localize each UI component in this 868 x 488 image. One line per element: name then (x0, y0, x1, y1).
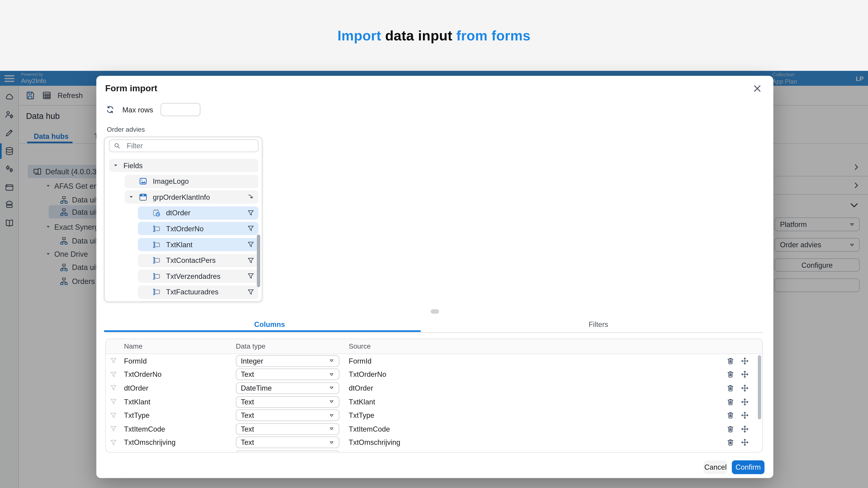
field-tree-row[interactable]: dtOrder (138, 206, 259, 220)
field-tree-row[interactable]: ImageLogo (124, 175, 258, 188)
trash-icon[interactable] (726, 397, 735, 406)
close-icon[interactable] (752, 84, 763, 94)
move-icon[interactable] (741, 384, 749, 392)
modal-title: Form import (105, 84, 157, 94)
table-row-partial (106, 449, 762, 453)
filter-funnel-icon[interactable] (247, 257, 255, 264)
move-icon[interactable] (741, 425, 749, 433)
caret-down-icon (329, 372, 334, 377)
datatype-value: Text (241, 425, 254, 433)
filter-funnel-icon[interactable] (110, 425, 117, 433)
collapse-arrow-icon[interactable] (247, 193, 255, 201)
filter-funnel-icon[interactable] (247, 272, 255, 280)
trash-icon[interactable] (726, 425, 735, 433)
caret-down-icon (329, 440, 334, 445)
cancel-button[interactable]: Cancel (704, 460, 727, 474)
field-tree-row[interactable]: TxtContactPers (138, 254, 259, 267)
field-tree-row[interactable] (138, 301, 259, 302)
move-icon[interactable] (741, 438, 749, 447)
datatype-select[interactable] (236, 450, 339, 453)
tab-filters[interactable]: Filters (434, 320, 763, 329)
column-source: TxtType (349, 411, 374, 419)
screenshot-stage: Import data input from forms Powered by … (0, 0, 868, 488)
filter-funnel-icon[interactable] (247, 225, 255, 232)
column-source: FormId (349, 357, 372, 365)
caret-down-icon (329, 413, 334, 418)
sync-icon[interactable] (105, 104, 115, 115)
filter-funnel-icon[interactable] (110, 412, 117, 419)
column-source: TxtKlant (349, 397, 375, 406)
field-tree-row[interactable]: Fields (109, 159, 259, 172)
textfield-icon (152, 240, 161, 249)
tree-title: Order advies (107, 126, 145, 133)
move-icon[interactable] (741, 397, 749, 406)
datatype-select[interactable]: Text (236, 369, 339, 380)
datatype-value: Integer (241, 357, 264, 365)
filter-input[interactable] (126, 141, 239, 151)
column-name: TxtType (124, 411, 150, 419)
datatype-select[interactable]: Integer (236, 355, 339, 367)
tab-columns[interactable]: Columns (105, 320, 434, 329)
table-row: dtOrderDateTimedtOrder (106, 381, 762, 395)
table-row: TxtOrderNoTextTxtOrderNo (106, 368, 762, 381)
trash-icon[interactable] (726, 370, 735, 379)
filter-funnel-icon[interactable] (110, 384, 117, 392)
column-source: TxtOmschrijving (349, 438, 400, 447)
datatype-select[interactable]: Text (236, 410, 339, 421)
table-row: FormIdIntegerFormId (106, 354, 762, 368)
move-icon[interactable] (741, 411, 749, 419)
field-tree-row[interactable]: grpOrderKlantInfo (124, 191, 258, 204)
filter-funnel-icon[interactable] (247, 209, 255, 217)
move-icon[interactable] (741, 370, 749, 379)
field-tree-row[interactable]: TxtOrderNo (138, 222, 259, 235)
field-tree-row[interactable]: TxtFactuuradres (138, 285, 259, 298)
col-header-name: Name (124, 343, 143, 350)
caret-down-icon[interactable] (113, 163, 118, 168)
filter-funnel-icon[interactable] (110, 398, 117, 405)
col-header-datatype: Data type (236, 343, 265, 350)
textfield-icon (152, 256, 161, 265)
column-name: TxtOmschrijving (124, 438, 176, 447)
trash-icon[interactable] (726, 357, 735, 365)
confirm-button[interactable]: Confirm (732, 460, 765, 474)
column-source: TxtItemCode (349, 425, 390, 433)
textfield-icon (152, 271, 161, 281)
field-label: grpOrderKlantInfo (153, 193, 210, 201)
filter-funnel-icon[interactable] (110, 357, 117, 365)
image-icon (138, 176, 148, 186)
field-label: TxtKlant (166, 240, 192, 249)
filter-funnel-icon[interactable] (110, 371, 117, 378)
field-label: TxtOrderNo (166, 225, 204, 233)
datatype-select[interactable]: Text (236, 423, 339, 435)
field-tree-row[interactable]: TxtVerzendadres (138, 269, 259, 283)
datatype-select[interactable]: DateTime (236, 382, 339, 394)
caption-band: Import data input from forms (0, 0, 868, 71)
datatype-value: Text (241, 370, 254, 379)
trash-icon[interactable] (726, 438, 735, 447)
resize-handle[interactable] (431, 310, 439, 314)
datatype-select[interactable]: Text (236, 437, 339, 448)
table-row: TxtKlantTextTxtKlant (106, 395, 762, 409)
table-scrollbar[interactable] (758, 355, 761, 420)
filter-field (109, 139, 259, 152)
column-name: TxtItemCode (124, 425, 165, 433)
textfield-icon (152, 287, 161, 297)
filter-funnel-icon[interactable] (247, 241, 255, 249)
column-source: TxtOrderNo (349, 370, 386, 379)
filter-funnel-icon[interactable] (110, 439, 117, 446)
max-rows-input[interactable] (160, 103, 200, 116)
trash-icon[interactable] (726, 384, 735, 392)
field-tree-row[interactable]: TxtKlant (138, 238, 259, 251)
field-label: ImageLogo (153, 177, 189, 185)
datatype-select[interactable]: Text (236, 396, 339, 408)
filter-funnel-icon[interactable] (247, 288, 255, 296)
caret-down-icon[interactable] (128, 194, 134, 200)
col-header-source: Source (349, 343, 371, 350)
group-icon (138, 192, 148, 202)
column-name: FormId (124, 357, 147, 365)
move-icon[interactable] (741, 357, 749, 365)
tree-scrollbar[interactable] (257, 235, 260, 287)
field-label: Fields (123, 161, 143, 169)
table-body: FormIdIntegerFormIdTxtOrderNoTextTxtOrde… (106, 354, 762, 453)
trash-icon[interactable] (726, 411, 735, 419)
